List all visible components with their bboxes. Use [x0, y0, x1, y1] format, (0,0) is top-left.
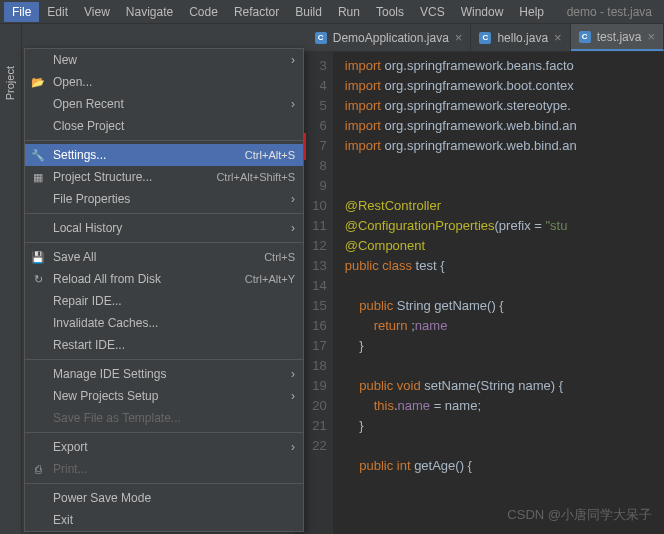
menu-item-project-structure-[interactable]: ▦Project Structure...Ctrl+Alt+Shift+S [25, 166, 303, 188]
sidebar-project-label: Project [4, 60, 16, 106]
menu-help[interactable]: Help [511, 2, 552, 22]
chevron-right-icon: › [291, 53, 295, 67]
close-icon[interactable]: × [647, 29, 655, 44]
menu-icon: ↻ [31, 272, 45, 286]
menu-item-new[interactable]: New› [25, 49, 303, 71]
menu-label: Exit [53, 513, 73, 527]
editor-tab[interactable]: Chello.java× [471, 24, 570, 51]
menu-label: Save File as Template... [53, 411, 181, 425]
menu-build[interactable]: Build [287, 2, 330, 22]
menu-item-power-save-mode[interactable]: Power Save Mode [25, 487, 303, 509]
editor-tabs: CDemoApplication.java×Chello.java×Ctest.… [295, 24, 664, 52]
tab-label: test.java [597, 30, 642, 44]
menu-label: Power Save Mode [53, 491, 151, 505]
chevron-right-icon: › [291, 389, 295, 403]
menu-item-file-properties[interactable]: File Properties› [25, 188, 303, 210]
chevron-right-icon: › [291, 192, 295, 206]
shortcut: Ctrl+Alt+Shift+S [216, 171, 295, 183]
menu-view[interactable]: View [76, 2, 118, 22]
close-icon[interactable]: × [455, 30, 463, 45]
menu-label: Export [53, 440, 88, 454]
menu-label: Manage IDE Settings [53, 367, 166, 381]
menu-label: Reload All from Disk [53, 272, 161, 286]
menu-label: Invalidate Caches... [53, 316, 158, 330]
menu-label: Close Project [53, 119, 124, 133]
menu-item-manage-ide-settings[interactable]: Manage IDE Settings› [25, 363, 303, 385]
menu-item-print-: ⎙Print... [25, 458, 303, 480]
menu-edit[interactable]: Edit [39, 2, 76, 22]
menu-icon: 💾 [31, 250, 45, 264]
file-menu-dropdown: New›📂Open...Open Recent›Close Project🔧Se… [24, 48, 304, 532]
watermark: CSDN @小唐同学大呆子 [507, 506, 652, 524]
menubar: File Edit View Navigate Code Refactor Bu… [0, 0, 664, 24]
menu-icon: ▦ [31, 170, 45, 184]
menu-item-new-projects-setup[interactable]: New Projects Setup› [25, 385, 303, 407]
menu-item-reload-all-from-disk[interactable]: ↻Reload All from DiskCtrl+Alt+Y [25, 268, 303, 290]
menu-vcs[interactable]: VCS [412, 2, 453, 22]
menu-icon: 📂 [31, 75, 45, 89]
shortcut: Ctrl+Alt+Y [245, 273, 295, 285]
chevron-right-icon: › [291, 97, 295, 111]
java-class-icon: C [315, 32, 327, 44]
menu-item-settings-[interactable]: 🔧Settings...Ctrl+Alt+S [25, 144, 303, 166]
menu-label: Project Structure... [53, 170, 152, 184]
menu-label: Settings... [53, 148, 106, 162]
editor-tab[interactable]: Ctest.java× [571, 24, 664, 51]
menu-item-repair-ide-[interactable]: Repair IDE... [25, 290, 303, 312]
menu-tools[interactable]: Tools [368, 2, 412, 22]
chevron-right-icon: › [291, 367, 295, 381]
menu-item-open-[interactable]: 📂Open... [25, 71, 303, 93]
shortcut: Ctrl+Alt+S [245, 149, 295, 161]
chevron-right-icon: › [291, 440, 295, 454]
menu-item-save-all[interactable]: 💾Save AllCtrl+S [25, 246, 303, 268]
menu-label: New Projects Setup [53, 389, 158, 403]
menu-label: Repair IDE... [53, 294, 122, 308]
menu-item-close-project[interactable]: Close Project [25, 115, 303, 137]
menu-label: Save All [53, 250, 96, 264]
chevron-right-icon: › [291, 221, 295, 235]
menu-file[interactable]: File [4, 2, 39, 22]
menu-item-invalidate-caches-[interactable]: Invalidate Caches... [25, 312, 303, 334]
menu-item-restart-ide-[interactable]: Restart IDE... [25, 334, 303, 356]
menu-item-save-file-as-template-: Save File as Template... [25, 407, 303, 429]
menu-refactor[interactable]: Refactor [226, 2, 287, 22]
menu-run[interactable]: Run [330, 2, 368, 22]
menu-item-exit[interactable]: Exit [25, 509, 303, 531]
menu-label: Restart IDE... [53, 338, 125, 352]
menu-label: New [53, 53, 77, 67]
close-icon[interactable]: × [554, 30, 562, 45]
menu-item-open-recent[interactable]: Open Recent› [25, 93, 303, 115]
menu-item-export[interactable]: Export› [25, 436, 303, 458]
menu-navigate[interactable]: Navigate [118, 2, 181, 22]
shortcut: Ctrl+S [264, 251, 295, 263]
menu-icon: 🔧 [31, 148, 45, 162]
tab-label: hello.java [497, 31, 548, 45]
menu-label: Print... [53, 462, 88, 476]
window-title: demo - test.java [567, 5, 660, 19]
menu-icon: ⎙ [31, 462, 45, 476]
menu-item-local-history[interactable]: Local History› [25, 217, 303, 239]
tab-label: DemoApplication.java [333, 31, 449, 45]
editor[interactable]: 345678910111213141516171819202122 import… [295, 52, 664, 534]
code-area[interactable]: import org.springframework.beans.factoim… [333, 52, 664, 534]
editor-tab[interactable]: CDemoApplication.java× [307, 24, 472, 51]
menu-label: Open... [53, 75, 92, 89]
java-class-icon: C [479, 32, 491, 44]
menu-code[interactable]: Code [181, 2, 226, 22]
menu-window[interactable]: Window [453, 2, 512, 22]
sidebar-toolwindow[interactable]: Project [0, 24, 22, 534]
menu-label: Local History [53, 221, 122, 235]
menu-label: Open Recent [53, 97, 124, 111]
menu-label: File Properties [53, 192, 130, 206]
java-class-icon: C [579, 31, 591, 43]
